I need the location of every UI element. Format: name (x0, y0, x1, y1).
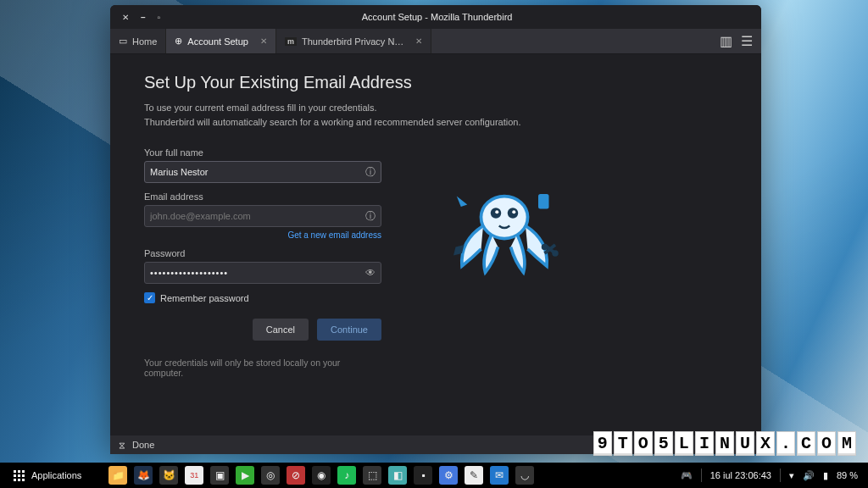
svg-point-0 (481, 197, 528, 239)
folder-icon: ▭ (119, 36, 127, 47)
name-label: Your full name (144, 147, 381, 158)
window-title: Account Setup - Mozilla Thunderbird (172, 12, 702, 22)
tab-label: Account Setup (187, 36, 248, 47)
remember-password-row[interactable]: ✓ Remember password (144, 292, 381, 303)
box-icon[interactable]: ⬚ (363, 466, 381, 485)
password-input-wrap[interactable]: 👁 (144, 262, 381, 284)
email-input-wrap[interactable]: ⓘ (144, 205, 381, 227)
thunderbird-taskbar-icon[interactable]: ✉ (490, 466, 509, 485)
status-text: Done (132, 440, 154, 450)
window-maximize-icon[interactable]: ▫ (158, 13, 161, 22)
checkbox-icon[interactable]: ✓ (144, 292, 155, 303)
apps-label: Applications (31, 470, 81, 480)
page-title: Set Up Your Existing Email Address (144, 73, 727, 92)
spaces-toolbar-icon[interactable]: ▥ (720, 33, 732, 49)
svg-point-3 (495, 210, 498, 214)
screenshot-icon[interactable]: ◎ (261, 466, 280, 485)
app-menu-icon[interactable]: ☰ (741, 33, 753, 49)
cancel-button[interactable]: Cancel (253, 319, 309, 341)
browser-icon[interactable]: ◧ (388, 466, 407, 485)
volume-icon[interactable]: 🔊 (803, 470, 815, 481)
tab-label: Thunderbird Privacy N… (302, 36, 403, 47)
files-icon[interactable]: 📁 (108, 466, 127, 485)
svg-point-6 (542, 244, 548, 251)
thunderbird-window: ✕ – ▫ Account Setup - Mozilla Thunderbir… (110, 5, 761, 454)
calendar-icon[interactable]: 31 (185, 466, 203, 485)
eye-off-icon[interactable]: 👁 (365, 267, 376, 279)
battery-icon[interactable]: ▮ (823, 470, 828, 481)
page-subtitle: To use your current email address fill i… (144, 101, 727, 129)
name-input[interactable] (150, 167, 365, 177)
watermark-9to5linux: 9TO5LINUX.COM (593, 431, 856, 456)
play-icon[interactable]: ▶ (236, 466, 254, 485)
tab-account-setup[interactable]: ⊕ Account Setup ✕ (166, 29, 276, 53)
tab-home[interactable]: ▭ Home (110, 29, 166, 53)
wifi-icon[interactable]: ▾ (789, 470, 794, 481)
cat-icon[interactable]: 🐱 (159, 466, 178, 485)
steam-icon[interactable]: ◉ (312, 466, 331, 485)
desktop-taskbar: Applications 📁 🦊 🐱 31 ▣ ▶ ◎ ⊘ ◉ ♪ ⬚ ◧ ▪ … (0, 463, 868, 488)
clock-text[interactable]: 16 iul 23:06:43 (710, 470, 771, 480)
taskbar-dock: 📁 🦊 🐱 31 ▣ ▶ ◎ ⊘ ◉ ♪ ⬚ ◧ ▪ ⚙ ✎ ✉ ◡ (108, 466, 534, 485)
remember-label: Remember password (160, 293, 249, 303)
info-icon[interactable]: ⓘ (365, 209, 376, 224)
tab-bar: ▭ Home ⊕ Account Setup ✕ m Thunderbird P… (110, 29, 761, 54)
applications-button[interactable]: Applications (7, 470, 88, 481)
m-icon: m (285, 37, 297, 46)
thunderbird-icon: ⧖ (119, 440, 125, 451)
terminal-icon[interactable]: ▪ (414, 466, 432, 485)
credentials-footnote: Your credentials will only be stored loc… (144, 358, 381, 378)
window-close-icon[interactable]: ✕ (122, 13, 129, 22)
disk-icon[interactable]: ⊘ (287, 466, 305, 485)
gamepad-icon[interactable]: 🎮 (681, 470, 693, 481)
settings-icon[interactable]: ⚙ (439, 466, 458, 485)
svg-rect-5 (538, 194, 549, 209)
tab-privacy[interactable]: m Thunderbird Privacy N… ✕ (276, 29, 431, 53)
password-label: Password (144, 248, 381, 258)
email-label: Email address (144, 191, 381, 202)
system-tray: 🎮 16 iul 23:06:43 ▾ 🔊 ▮ 89 % (681, 469, 861, 482)
cube-icon[interactable]: ▣ (210, 466, 229, 485)
globe-icon: ⊕ (175, 36, 182, 47)
close-icon[interactable]: ✕ (415, 36, 422, 46)
apps-grid-icon (14, 470, 25, 481)
window-titlebar[interactable]: ✕ – ▫ Account Setup - Mozilla Thunderbir… (110, 5, 761, 29)
email-input[interactable] (150, 211, 365, 221)
svg-point-7 (552, 250, 559, 257)
window-minimize-icon[interactable]: – (141, 13, 146, 22)
firefox-icon[interactable]: 🦊 (134, 466, 153, 485)
get-new-email-link[interactable]: Get a new email address (287, 230, 381, 240)
info-icon[interactable]: ⓘ (365, 165, 376, 180)
editor-icon[interactable]: ✎ (465, 466, 483, 485)
tab-label: Home (132, 36, 157, 47)
spotify-icon[interactable]: ♪ (337, 466, 356, 485)
thunderbird-mascot-icon (441, 164, 568, 291)
svg-point-4 (512, 210, 515, 214)
name-input-wrap[interactable]: ⓘ (144, 161, 381, 183)
continue-button[interactable]: Continue (317, 319, 381, 341)
battery-text: 89 % (837, 470, 858, 480)
close-icon[interactable]: ✕ (260, 36, 267, 46)
misc-icon[interactable]: ◡ (515, 466, 534, 485)
password-input[interactable] (150, 268, 365, 278)
